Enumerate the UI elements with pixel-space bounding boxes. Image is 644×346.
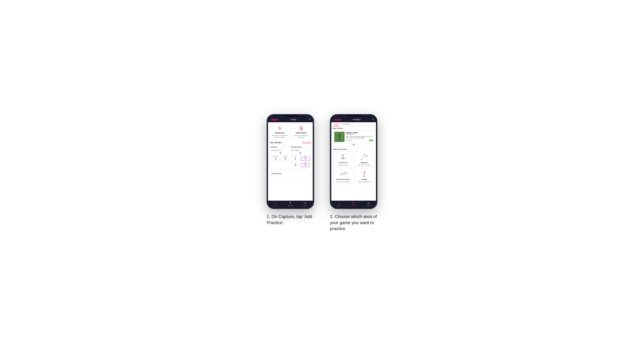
drills-sub-stats-2: ARG 0 PUTT 4 — [291, 162, 310, 168]
svg-point-5 — [338, 134, 340, 136]
nav-activities-1[interactable]: ⚑ Activities — [283, 201, 298, 206]
putting-icon-area — [360, 170, 369, 178]
phone-2: clippd Practice ≡ Drills Favourites Most… — [330, 114, 378, 209]
phone-1-block: clippd Home ≡ — [266, 114, 314, 226]
activities-label-2: Activities — [351, 205, 356, 206]
skill-approach[interactable]: Approach Dial-in to hit the green — [354, 151, 374, 167]
most-popular-section: Most Popular — [331, 126, 376, 147]
atg-name: Around The Green — [336, 178, 350, 180]
last3months-label: Last 3 Months — [270, 142, 282, 144]
add-round-title: Add Round — [275, 132, 284, 134]
rounds-col: Rounds Rounds Capture 0 Tournament 0 — [271, 146, 290, 168]
drill-desc: Play 1 shot at each target yardage. If y… — [346, 136, 373, 139]
app-value: 4 — [301, 157, 310, 161]
dot-1 — [352, 144, 353, 145]
tab-favourites[interactable]: Favourites — [340, 122, 352, 126]
practice-stat: Practice 0 — [281, 156, 290, 162]
drill-shots: ⏱ 9 shots — [346, 140, 352, 141]
nav-activities-2[interactable]: ⚑ Activities — [346, 201, 361, 206]
svg-point-10 — [361, 159, 362, 160]
screen-content-2: Most Popular — [331, 126, 376, 201]
bottom-nav-2: ⌂ Home ⚑ Activities ⊕ Capture — [331, 201, 376, 207]
phone-1-caption: 1. On Capture, tap 'Add Practice'. — [266, 214, 314, 226]
phones-row: clippd Home ≡ — [266, 114, 378, 232]
tournament-label: Tournament — [271, 156, 280, 157]
rounds-title: Rounds — [271, 146, 290, 149]
tab-drills[interactable]: Drills — [333, 122, 340, 126]
phone-2-screen: clippd Practice ≡ Drills Favourites Most… — [331, 116, 376, 207]
drills-captures-label: Drills Capture — [291, 150, 310, 151]
off-tee-desc: Power and accuracy — [337, 164, 349, 166]
putting-desc: Make and lag practice — [358, 181, 371, 182]
view-activity-link[interactable]: View Activity — [302, 142, 311, 143]
drills-sub-stats: OTT 0 APP 4 — [291, 156, 310, 162]
activities-label-1: Activities — [288, 205, 293, 206]
wedge-ladder-card[interactable]: Wedge Ladder 50–100 yds Play 1 shot at e… — [333, 130, 374, 143]
section-header-1: Last 3 Months View Activity — [270, 142, 311, 144]
ott-stat: OTT 0 — [291, 156, 300, 162]
bottom-nav-1: ⌂ Home ⚑ Activities ⊕ Capture — [268, 201, 313, 207]
rounds-captures-label: Rounds Capture — [271, 150, 290, 151]
dot-3 — [355, 144, 356, 145]
arg-value: 0 — [291, 163, 300, 167]
skill-around-green[interactable]: Around The Green Hone your short game — [333, 168, 353, 184]
home-label-1: Home — [274, 205, 277, 206]
practice-value: 0 — [281, 157, 290, 161]
nav-home-2[interactable]: ⌂ Home — [331, 201, 346, 206]
phone-notch-1 — [282, 115, 298, 116]
home-icon-1: ⌂ — [274, 201, 276, 205]
drills-captures-value: 8 — [291, 151, 310, 155]
add-practice-card[interactable]: Add Practice Capture your practice off-t… — [291, 124, 311, 140]
drill-distance: 50–100 yds — [346, 134, 373, 135]
app-title-2: Practice — [353, 118, 361, 121]
capture-icon-1: ⊕ — [304, 201, 306, 205]
tournament-value: 0 — [271, 157, 280, 161]
action-cards: Add Round Record your shots fast or enha… — [270, 124, 311, 140]
capture-label-2: Capture — [366, 205, 371, 206]
activities-icon-2: ⚑ — [352, 201, 355, 205]
explore-label: Explore skill areas — [333, 148, 374, 150]
tournament-stat: Tournament 0 — [271, 156, 280, 162]
add-round-icon — [277, 126, 282, 131]
drills-col: Practice Drills Drills Capture 8 OTT 0 — [291, 146, 310, 168]
golf-bag-row[interactable]: My Golf Bag › — [270, 171, 311, 176]
tabs-row: Drills Favourites — [331, 122, 376, 126]
explore-section: Explore skill areas — [331, 147, 376, 185]
putt-value: 4 — [301, 163, 310, 167]
screen-content-1: Add Round Record your shots fast or enha… — [268, 122, 313, 201]
home-label-2: Home — [337, 205, 340, 206]
most-popular-label: Most Popular — [333, 127, 374, 129]
svg-point-18 — [364, 172, 365, 173]
stats-container: Rounds Rounds Capture 0 Tournament 0 — [270, 145, 311, 169]
add-practice-subtitle: Capture your practice off-the-course — [292, 135, 310, 138]
activities-icon-1: ⚑ — [289, 201, 292, 205]
off-tee-icon-area — [338, 153, 348, 161]
nav-capture-2[interactable]: ⊕ Capture — [361, 201, 376, 206]
ott-value: 0 — [291, 157, 300, 161]
atg-desc: Hone your short game — [337, 181, 349, 182]
add-practice-icon — [298, 126, 304, 131]
skill-off-the-tee[interactable]: Off The Tee Power and accuracy — [333, 151, 353, 167]
skill-grid: Off The Tee Power and accuracy — [333, 151, 374, 184]
drill-thumbnail — [334, 132, 344, 142]
nav-home-1[interactable]: ⌂ Home — [268, 201, 283, 206]
nav-capture-1[interactable]: ⊕ Capture — [298, 201, 313, 206]
putt-stat: PUTT 4 — [301, 162, 310, 168]
drill-footer: ⏱ 9 shots APP — [346, 140, 373, 141]
svg-point-0 — [279, 127, 280, 128]
phone-1: clippd Home ≡ — [266, 114, 314, 209]
add-round-subtitle: Record your shots fast or enhanced mode — [271, 135, 288, 138]
chevron-right-icon: › — [309, 173, 309, 175]
atg-icon-area — [338, 170, 348, 178]
skill-putting[interactable]: Putting Make and lag practice — [354, 168, 374, 184]
app-header-2: clippd Practice ≡ — [331, 116, 376, 122]
home-icon-2: ⌂ — [338, 201, 340, 205]
svg-point-6 — [342, 155, 344, 156]
menu-icon-1[interactable]: ≡ — [309, 118, 310, 121]
menu-icon-2[interactable]: ≡ — [372, 118, 374, 121]
add-round-card[interactable]: Add Round Record your shots fast or enha… — [270, 124, 290, 140]
phone-2-caption: 2. Choose which area of your game you wa… — [330, 214, 378, 232]
golf-bag-label: My Golf Bag — [271, 173, 281, 174]
off-tee-name: Off The Tee — [339, 162, 347, 164]
app-stat: APP 4 — [301, 156, 310, 162]
